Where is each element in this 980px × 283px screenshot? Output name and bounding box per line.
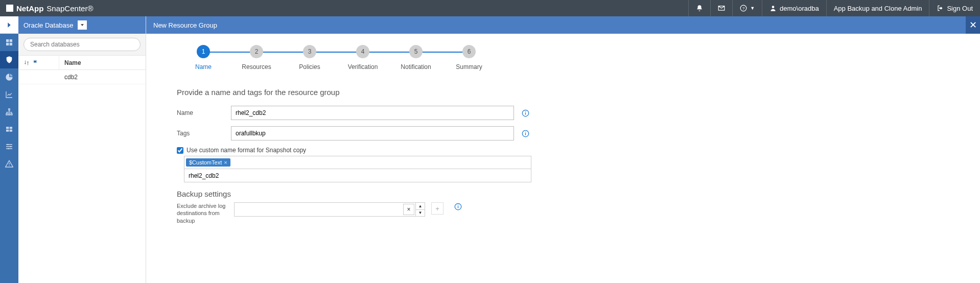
svg-point-4 <box>10 146 11 148</box>
custom-format-label: Use custom name format for Snapshot copy <box>186 147 306 154</box>
backup-settings-heading: Backup settings <box>177 190 949 198</box>
mail-icon <box>718 5 725 12</box>
exclude-label: Exclude archive log destinations from ba… <box>177 202 231 224</box>
svg-point-3 <box>7 144 9 146</box>
user-icon <box>769 5 777 12</box>
svg-rect-13 <box>457 206 458 208</box>
format-token-box[interactable]: $CustomText× <box>184 156 531 169</box>
svg-rect-7 <box>525 112 525 114</box>
list-item-name: cdb2 <box>59 74 146 81</box>
nav-resources[interactable] <box>0 51 18 68</box>
user-menu[interactable]: demo\oradba <box>762 0 826 16</box>
wizard-step-name[interactable]: 1Name <box>177 45 230 70</box>
chart-icon <box>5 90 13 99</box>
alert-icon <box>5 160 13 168</box>
wizard-step-verification[interactable]: 4Verification <box>336 45 389 70</box>
nav-alerts[interactable] <box>0 155 18 173</box>
sitemap-icon <box>5 108 13 116</box>
nav-hosts[interactable] <box>0 103 18 121</box>
wizard-steps: 1Name 2Resources 3Policies 4Verification… <box>177 45 949 70</box>
svg-rect-14 <box>457 204 458 205</box>
remove-token-icon[interactable]: × <box>224 159 227 166</box>
svg-text:?: ? <box>742 6 744 11</box>
list-header-row: Name <box>18 56 146 70</box>
info-icon[interactable] <box>521 129 529 137</box>
chevron-down-icon <box>78 20 87 30</box>
name-input[interactable] <box>231 106 514 120</box>
wizard-step-policies[interactable]: 3Policies <box>283 45 336 70</box>
nav-storage[interactable] <box>0 121 18 138</box>
exclude-destinations-input[interactable]: × <box>234 202 416 217</box>
sliders-icon <box>5 143 13 151</box>
svg-point-2 <box>772 6 775 8</box>
tags-label: Tags <box>177 130 231 137</box>
messages-button[interactable] <box>710 0 732 16</box>
info-icon[interactable] <box>521 109 529 117</box>
shield-icon <box>5 56 13 64</box>
signout-button[interactable]: Sign Out <box>929 0 980 16</box>
stepper[interactable]: ▲▼ <box>416 202 425 217</box>
netapp-logo-icon <box>6 5 13 12</box>
notifications-button[interactable] <box>688 0 710 16</box>
form-heading: Provide a name and tags for the resource… <box>177 88 949 97</box>
nav-reports[interactable] <box>0 86 18 103</box>
context-label: Oracle Database <box>24 21 74 29</box>
add-button[interactable]: + <box>431 202 444 215</box>
wizard-step-summary[interactable]: 6Summary <box>442 45 496 70</box>
nav-monitor[interactable] <box>0 68 18 86</box>
wizard-step-notification[interactable]: 5Notification <box>389 45 442 70</box>
nav-rail <box>0 16 18 283</box>
top-bar: NetApp SnapCenter® ? ▼ demo\oradba App B… <box>0 0 980 16</box>
brand: NetApp SnapCenter® <box>0 4 99 13</box>
name-label: Name <box>177 109 231 116</box>
search-input[interactable] <box>24 38 141 51</box>
custom-format-checkbox[interactable] <box>177 147 183 154</box>
context-selector[interactable]: Oracle Database <box>18 16 146 34</box>
format-token[interactable]: $CustomText× <box>186 158 230 167</box>
step-down-icon[interactable]: ▼ <box>416 210 425 217</box>
help-icon: ? <box>740 5 747 12</box>
nav-settings[interactable] <box>0 138 18 155</box>
format-text-input[interactable] <box>184 169 531 182</box>
resource-list-panel: Oracle Database Name cdb2 <box>18 16 146 283</box>
role-label[interactable]: App Backup and Clone Admin <box>826 0 929 16</box>
page-title: New Resource Group <box>146 16 980 34</box>
close-button[interactable]: ✕ <box>966 16 980 34</box>
list-item[interactable]: cdb2 <box>18 70 146 84</box>
info-icon[interactable] <box>454 202 462 210</box>
svg-rect-10 <box>525 133 525 135</box>
tags-input[interactable] <box>231 126 514 140</box>
brand-product: SnapCenter® <box>46 4 93 13</box>
nav-dashboard[interactable] <box>0 34 18 51</box>
signout-icon <box>937 5 944 12</box>
bell-icon <box>696 5 703 12</box>
brand-company: NetApp <box>16 4 43 13</box>
wizard-step-resources[interactable]: 2Resources <box>230 45 283 70</box>
chevron-right-icon <box>5 21 13 29</box>
column-name[interactable]: Name <box>59 56 146 69</box>
main-panel: New Resource Group ✕ 1Name 2Resources 3P… <box>146 16 980 283</box>
step-up-icon[interactable]: ▲ <box>416 203 425 210</box>
grid-icon <box>5 38 13 46</box>
expand-rail-button[interactable] <box>0 16 18 34</box>
flag-icon[interactable] <box>33 60 39 66</box>
sort-icon[interactable] <box>24 60 30 66</box>
svg-rect-8 <box>525 111 525 111</box>
pie-icon <box>5 73 13 81</box>
storage-icon <box>5 125 13 133</box>
svg-point-5 <box>8 148 9 150</box>
user-name: demo\oradba <box>780 5 819 12</box>
clear-button[interactable]: × <box>403 204 414 215</box>
svg-rect-11 <box>525 131 525 132</box>
help-menu[interactable]: ? ▼ <box>732 0 762 16</box>
